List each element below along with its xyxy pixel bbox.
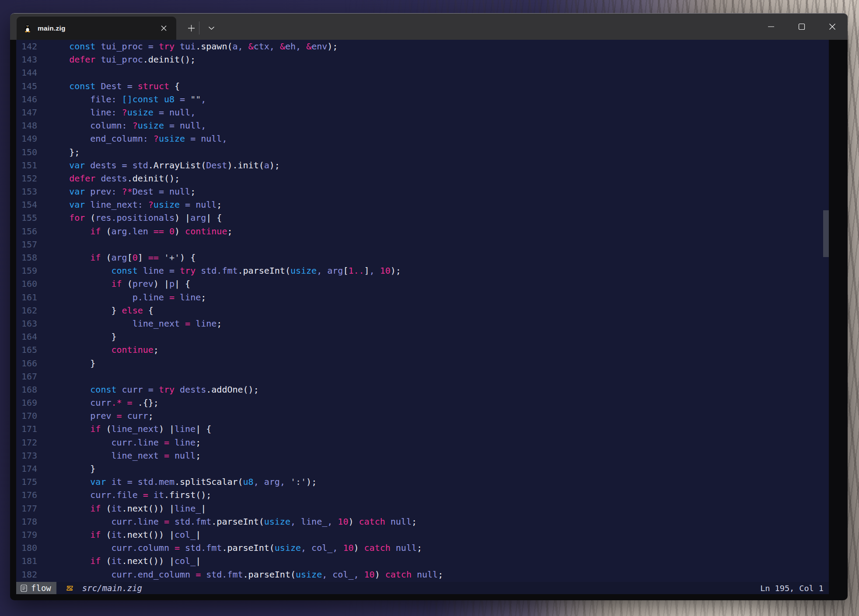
terminal-window: main.zig xyxy=(10,13,848,600)
tab-main-zig[interactable]: main.zig xyxy=(17,17,176,40)
tabbar-separator xyxy=(199,21,199,35)
code-line[interactable]: 146 file: []const u8 = "", xyxy=(16,93,829,106)
code-text: defer dests.deinit(); xyxy=(37,172,180,185)
code-text: defer tui_proc.deinit(); xyxy=(37,53,196,66)
code-line[interactable]: 179 if (it.next()) |col_| xyxy=(16,528,829,541)
code-text xyxy=(37,370,48,383)
code-text: column: ?usize = null, xyxy=(37,119,206,132)
code-text: curr.end_column = std.fmt.parseInt(usize… xyxy=(37,568,443,581)
code-text: const tui_proc = try tui.spawn(a, &ctx, … xyxy=(37,40,338,53)
line-number: 155 xyxy=(16,211,37,224)
code-line[interactable]: 159 const line = try std.fmt.parseInt(us… xyxy=(16,264,829,277)
close-icon xyxy=(161,25,167,31)
new-tab-button[interactable] xyxy=(181,19,202,37)
code-line[interactable]: 165 continue; xyxy=(16,343,829,356)
line-number: 181 xyxy=(16,554,37,567)
line-number: 150 xyxy=(16,146,37,159)
code-line[interactable]: 142 const tui_proc = try tui.spawn(a, &c… xyxy=(16,40,829,53)
code-line[interactable]: 176 curr.file = it.first(); xyxy=(16,488,829,501)
code-line[interactable]: 174 } xyxy=(16,462,829,475)
line-number: 147 xyxy=(16,106,37,119)
code-line[interactable]: 157 xyxy=(16,238,829,251)
line-number: 148 xyxy=(16,119,37,132)
code-text: file: []const u8 = "", xyxy=(37,93,206,106)
line-number: 182 xyxy=(16,568,37,581)
code-line[interactable]: 172 curr.line = line; xyxy=(16,436,829,449)
tab-dropdown-button[interactable] xyxy=(201,19,222,37)
code-text: curr.line = std.fmt.parseInt(usize, line… xyxy=(37,515,417,528)
code-line[interactable]: 177 if (it.next()) |line_| xyxy=(16,502,829,515)
line-number: 146 xyxy=(16,93,37,106)
code-line[interactable]: 173 line_next = null; xyxy=(16,449,829,462)
line-number: 153 xyxy=(16,185,37,198)
code-line[interactable]: 161 p.line = line; xyxy=(16,291,829,304)
code-text: end_column: ?usize = null, xyxy=(37,132,227,145)
line-number: 175 xyxy=(16,475,37,488)
code-text: var it = std.mem.splitScalar(u8, arg, ':… xyxy=(37,475,317,488)
line-number: 178 xyxy=(16,515,37,528)
code-line[interactable]: 162 } else { xyxy=(16,304,829,317)
code-text: const line = try std.fmt.parseInt(usize,… xyxy=(37,264,401,277)
code-line[interactable]: 149 end_column: ?usize = null, xyxy=(16,132,829,145)
titlebar[interactable]: main.zig xyxy=(10,14,848,40)
code-line[interactable]: 148 column: ?usize = null, xyxy=(16,119,829,132)
line-number: 165 xyxy=(16,343,37,356)
code-line[interactable]: 180 curr.column = std.fmt.parseInt(usize… xyxy=(16,541,829,554)
code-line[interactable]: 164 } xyxy=(16,330,829,343)
code-text: for (res.positionals) |arg| { xyxy=(37,211,222,224)
code-line[interactable]: 144 xyxy=(16,66,829,79)
code-line[interactable]: 147 line: ?usize = null, xyxy=(16,106,829,119)
line-number: 171 xyxy=(16,422,37,435)
line-number: 144 xyxy=(16,66,37,79)
code-text: }; xyxy=(37,146,80,159)
code-line[interactable]: 167 xyxy=(16,370,829,383)
code-line[interactable]: 153 var prev: ?*Dest = null; xyxy=(16,185,829,198)
maximize-icon xyxy=(798,23,805,30)
line-number: 168 xyxy=(16,383,37,396)
code-line[interactable]: 166 } xyxy=(16,357,829,370)
code-text: if (prev) |p| { xyxy=(37,277,190,290)
code-line[interactable]: 163 line_next = line; xyxy=(16,317,829,330)
line-number: 151 xyxy=(16,159,37,172)
code-line[interactable]: 158 if (arg[0] == '+') { xyxy=(16,251,829,264)
code-line[interactable]: 151 var dests = std.ArrayList(Dest).init… xyxy=(16,159,829,172)
code-line[interactable]: 152 defer dests.deinit(); xyxy=(16,172,829,185)
code-lines: 142 const tui_proc = try tui.spawn(a, &c… xyxy=(16,40,829,582)
code-text: curr.file = it.first(); xyxy=(37,488,211,501)
code-line[interactable]: 171 if (line_next) |line| { xyxy=(16,422,829,435)
code-line[interactable]: 182 curr.end_column = std.fmt.parseInt(u… xyxy=(16,568,829,581)
code-line[interactable]: 155 for (res.positionals) |arg| { xyxy=(16,211,829,224)
window-controls xyxy=(756,14,848,40)
code-line[interactable]: 178 curr.line = std.fmt.parseInt(usize, … xyxy=(16,515,829,528)
file-path[interactable]: src/main.zig xyxy=(82,583,142,593)
line-number: 170 xyxy=(16,409,37,422)
code-text: var dests = std.ArrayList(Dest).init(a); xyxy=(37,159,280,172)
code-text: if (it.next()) |col_| xyxy=(37,528,201,541)
code-line[interactable]: 160 if (prev) |p| { xyxy=(16,277,829,290)
code-text: const Dest = struct { xyxy=(37,80,180,93)
code-line[interactable]: 181 if (it.next()) |col_| xyxy=(16,554,829,567)
maximize-button[interactable] xyxy=(786,14,817,40)
terminal-content[interactable]: 142 const tui_proc = try tui.spawn(a, &c… xyxy=(16,40,829,594)
line-number: 176 xyxy=(16,488,37,501)
code-text: continue; xyxy=(37,343,159,356)
code-line[interactable]: 169 curr.* = .{}; xyxy=(16,396,829,409)
minimize-button[interactable] xyxy=(756,14,786,40)
line-number: 159 xyxy=(16,264,37,277)
code-line[interactable]: 150 }; xyxy=(16,146,829,159)
code-text: } xyxy=(37,330,117,343)
cursor-position: Ln 195, Col 1 xyxy=(760,584,829,593)
code-line[interactable]: 175 var it = std.mem.splitScalar(u8, arg… xyxy=(16,475,829,488)
code-line[interactable]: 143 defer tui_proc.deinit(); xyxy=(16,53,829,66)
code-line[interactable]: 154 var line_next: ?usize = null; xyxy=(16,198,829,211)
close-window-button[interactable] xyxy=(817,14,848,40)
code-line[interactable]: 145 const Dest = struct { xyxy=(16,80,829,93)
code-line[interactable]: 168 const curr = try dests.addOne(); xyxy=(16,383,829,396)
code-line[interactable]: 170 prev = curr; xyxy=(16,409,829,422)
flow-mode-chip[interactable]: flow xyxy=(16,582,56,594)
code-line[interactable]: 156 if (arg.len == 0) continue; xyxy=(16,225,829,238)
scrollbar-thumb[interactable] xyxy=(823,210,829,257)
line-number: 145 xyxy=(16,80,37,93)
tab-close-button[interactable] xyxy=(157,22,170,35)
plus-icon xyxy=(188,24,195,32)
